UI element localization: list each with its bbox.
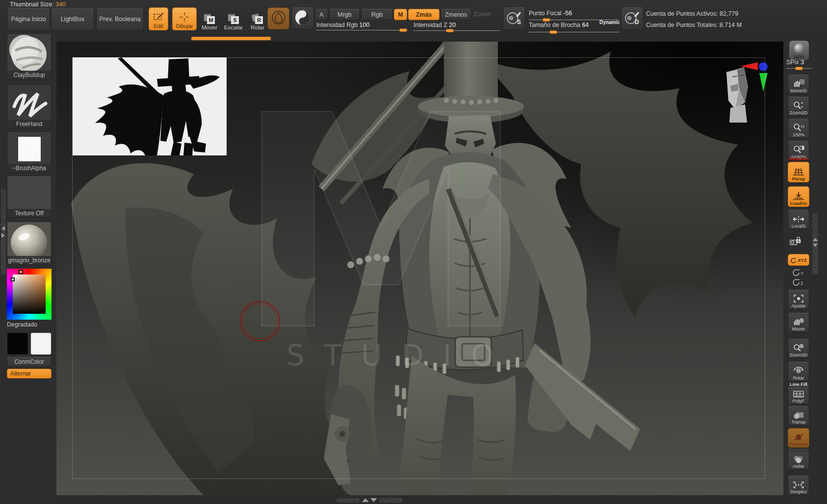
alpha-channel-button[interactable]: A — [315, 9, 328, 20]
magnifier-half-icon — [793, 145, 804, 154]
rotate-3d-button[interactable]: Rotar — [788, 362, 809, 381]
axis-z-dot[interactable] — [759, 62, 768, 71]
rotate-xyz-icon — [790, 257, 797, 264]
spix-slider[interactable] — [786, 68, 812, 69]
brush-size-handle[interactable] — [549, 30, 557, 34]
svg-text:x1: x1 — [801, 124, 804, 128]
svg-text:D: D — [635, 19, 639, 25]
tray-close-arrow[interactable] — [370, 498, 377, 502]
prev-booleana-button[interactable]: Prev. Booleana — [96, 8, 144, 30]
stroke-settings-button[interactable]: S — [503, 7, 525, 30]
rgb-intensity-label: Intensidad Rgb 100 — [316, 22, 369, 28]
dibujar-button[interactable]: Dibujar — [172, 7, 197, 30]
solo-button[interactable]: Aislar — [788, 450, 809, 470]
pagina-inicio-button[interactable]: Página Inicio — [7, 8, 50, 30]
lightbox-button[interactable]: LightBox — [51, 8, 94, 30]
rgb-button[interactable]: Rgb — [361, 9, 393, 20]
zcut-button-disabled: Zcorte — [473, 11, 491, 18]
color-picker[interactable] — [7, 269, 52, 320]
sv-marker[interactable] — [11, 277, 15, 281]
color-picker-sv-square[interactable] — [13, 275, 46, 314]
bpr-sphere-icon — [793, 43, 805, 55]
mrgb-button[interactable]: Mrgb — [329, 9, 360, 20]
frame-dot-icon — [793, 294, 804, 303]
escalar-gizmo-button[interactable]: S Escalar — [224, 8, 243, 30]
three-spheres-icon — [793, 455, 804, 463]
polyframe-button[interactable]: PolyF — [788, 385, 809, 404]
thumbnail-size: Thumbnail Size: 340 — [10, 1, 66, 8]
bpr-render-button[interactable]: BPR — [789, 40, 809, 61]
local-symmetry-button[interactable]: LocalS — [788, 210, 809, 229]
sculpt-viewport[interactable]: M STUDIO — [56, 42, 783, 495]
right-tray-divider[interactable] — [812, 213, 818, 275]
zadd-button[interactable]: Zmás — [408, 9, 439, 20]
brush-size-label: Tamaño de Brocha 64 — [529, 22, 589, 28]
unfold-button[interactable]: Despiez — [788, 476, 809, 495]
ghost-button[interactable]: Fantasm — [788, 428, 809, 448]
main-color-swatch[interactable] — [7, 332, 28, 355]
brush-s-icon: S — [505, 9, 523, 28]
brush-size-slider[interactable] — [529, 32, 619, 32]
focal-shift-handle[interactable] — [543, 18, 550, 22]
hand-move-icon — [793, 79, 804, 88]
rgb-intensity-handle[interactable] — [399, 28, 407, 32]
alpha-selector-brushalpha[interactable]: ~BrushAlpha — [7, 131, 52, 173]
actual-size-button[interactable]: x1 100% — [788, 119, 809, 138]
transparency-button[interactable]: Transp — [788, 406, 809, 426]
antialias-half-button[interactable]: AA50% — [788, 141, 809, 160]
brush-selector-claybuildup[interactable]: ClayBuildup — [7, 33, 52, 79]
stroke-type-button[interactable] — [291, 7, 314, 29]
rotate-y-icon[interactable]: Y — [791, 268, 804, 277]
m-button[interactable]: M — [394, 9, 407, 20]
camera-lock-icon[interactable] — [789, 234, 802, 250]
tray-expand-arrow — [1, 233, 5, 238]
draw-settings-button[interactable]: D — [621, 7, 644, 30]
rotar-gizmo-button[interactable]: R Rotar — [248, 8, 267, 30]
active-tool-indicator — [191, 37, 271, 40]
thumbnail-size-value: 340 — [55, 1, 66, 8]
hue-marker[interactable] — [19, 270, 23, 274]
rotate-z-icon[interactable]: Z — [791, 277, 804, 286]
wireframe-grid-icon — [793, 390, 804, 398]
z-intensity-slider[interactable] — [414, 30, 500, 31]
zoom2d-button[interactable]: Zoom2D — [788, 97, 809, 116]
gradient-label: Degradado — [7, 321, 52, 328]
move-doc-button[interactable]: MoverD — [788, 75, 809, 94]
studio-watermark: M STUDIO — [234, 53, 527, 396]
bottom-tray-divider-left[interactable] — [336, 498, 360, 503]
perspective-button[interactable]: Persp — [788, 162, 809, 182]
zoom-3d-button[interactable]: Zoom3D — [788, 339, 809, 358]
stroke-sphere-icon — [294, 9, 311, 27]
current-brush-button[interactable] — [267, 7, 289, 29]
rotate-xyz-button[interactable]: XYZ — [788, 254, 809, 266]
tray-open-arrow[interactable] — [362, 498, 369, 502]
magnifier-sphere-icon — [793, 343, 804, 352]
mover-gizmo-button[interactable]: M Mover — [200, 8, 219, 30]
floor-grid-button[interactable]: Cuadric — [788, 186, 809, 207]
material-selector-gmagno-bronze[interactable]: gmagno_bronze — [7, 222, 52, 265]
dynamic-brush-toggle[interactable]: Dynamic — [599, 20, 620, 25]
silhouette-image — [73, 57, 227, 155]
frame-mesh-button[interactable]: Ajustar — [788, 290, 809, 309]
switch-color-button[interactable]: ConmColor — [7, 357, 52, 367]
perspective-grid-icon — [792, 167, 805, 176]
spix-handle[interactable] — [795, 67, 803, 70]
rgb-intensity-slider[interactable] — [316, 30, 408, 30]
z-intensity-handle[interactable] — [446, 29, 454, 32]
left-tool-palette: ClayBuildup FreeHand ~BrushAlpha Texture… — [0, 32, 56, 504]
left-tray-divider[interactable] — [1, 189, 6, 275]
bottom-tray-divider-right[interactable] — [379, 498, 402, 503]
draw-crosshair-icon — [179, 12, 190, 23]
svg-text:STUDIO: STUDIO — [286, 339, 513, 372]
magnifier-x1-icon: x1 — [793, 123, 804, 132]
alternate-button[interactable]: Alternar — [7, 369, 52, 378]
zsub-button[interactable]: Zmenos — [440, 9, 471, 20]
secondary-color-swatch[interactable] — [30, 332, 52, 355]
rotate-sphere-icon — [793, 366, 804, 375]
edit-button[interactable]: Edit — [149, 7, 168, 30]
texture-selector-off[interactable]: Texture Off — [7, 176, 52, 218]
stroke-selector-freehand[interactable]: FreeHand — [7, 84, 52, 128]
total-points-count: Cuenta de Puntos Totales: 8.714 M — [646, 22, 742, 28]
move-3d-button[interactable]: Mover — [788, 313, 809, 332]
svg-text:Z: Z — [801, 281, 803, 286]
